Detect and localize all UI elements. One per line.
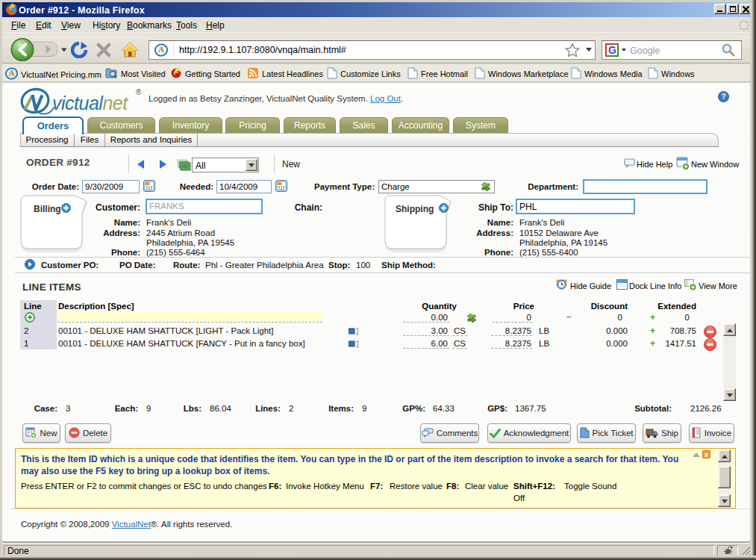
svg-text:?: ?	[721, 93, 725, 101]
svg-text:victualnet: victualnet	[52, 93, 128, 113]
svg-text:®: ®	[136, 88, 142, 96]
